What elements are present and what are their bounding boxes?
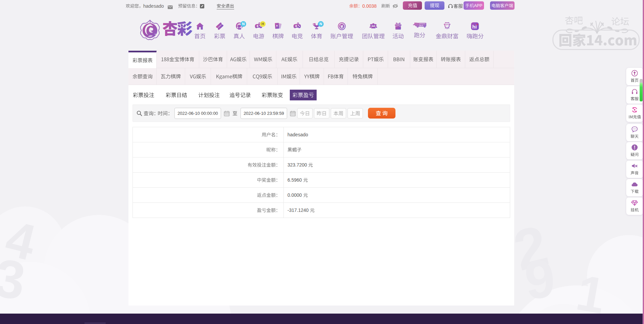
svg-text:hi: hi [472, 24, 477, 30]
svg-text:Da.H: Da.H [419, 25, 423, 27]
